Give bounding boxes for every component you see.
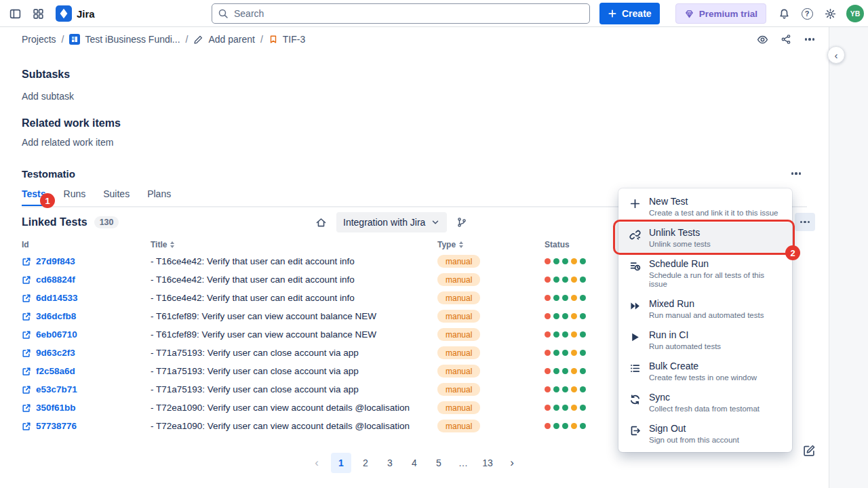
help-icon: ? [802, 8, 813, 20]
menu-item-schedule-run[interactable]: Schedule RunSchedule a run for all tests… [618, 253, 792, 293]
page-button-2[interactable]: 2 [355, 453, 376, 473]
pagination: ‹12345…13› [22, 453, 807, 473]
external-link-icon[interactable] [22, 367, 31, 376]
issue-key[interactable]: TIF-3 [269, 34, 305, 45]
external-link-icon[interactable] [22, 275, 31, 285]
external-link-icon[interactable] [22, 312, 31, 321]
menu-item-bulk-create[interactable]: Bulk CreateCreate few tests in one windo… [618, 356, 792, 387]
tab-plans[interactable]: Plans [147, 188, 171, 206]
feedback-button[interactable] [799, 441, 819, 461]
test-id-link[interactable]: cd68824f [36, 274, 75, 285]
search-bar [212, 3, 590, 24]
test-type-badge: manual [437, 310, 480, 323]
test-type-badge: manual [437, 273, 480, 286]
test-title: - T61cfef89: Verify user can view accoun… [151, 311, 437, 321]
integration-selector[interactable]: Integration with Jira [336, 212, 447, 232]
test-id-link[interactable]: 9d63c2f3 [36, 348, 75, 358]
column-header-id: Id [22, 240, 151, 249]
column-header-title[interactable]: Title [151, 240, 437, 249]
page-ellipsis: … [453, 453, 473, 473]
test-id-link[interactable]: 6dd14533 [36, 293, 78, 303]
testomatio-more-button[interactable] [785, 163, 807, 184]
branch-button[interactable] [452, 213, 471, 232]
gear-icon [825, 8, 836, 20]
breadcrumb-projects[interactable]: Projects [22, 34, 56, 45]
external-link-icon[interactable] [22, 293, 31, 303]
sort-icon [459, 241, 463, 248]
test-id-link[interactable]: e53c7b71 [36, 384, 77, 394]
search-input[interactable] [212, 3, 590, 24]
tab-suites[interactable]: Suites [103, 188, 130, 206]
external-link-icon[interactable] [22, 257, 31, 266]
menu-item-sign-out[interactable]: Sign OutSign out from this account [618, 418, 792, 449]
home-icon [315, 217, 327, 228]
page-button-13[interactable]: 13 [477, 453, 498, 473]
bulk-create-icon [629, 363, 641, 374]
sidebar-toggle-button[interactable] [4, 3, 26, 24]
add-related-work-item-button[interactable]: Add related work item [22, 136, 807, 149]
page-prev-button[interactable]: ‹ [307, 453, 327, 473]
test-id-link[interactable]: 350f61bb [36, 403, 76, 413]
test-title: - T72ea1090: Verify user can view accoun… [151, 403, 437, 413]
breadcrumb-project[interactable]: Test iBusiness Fundi... [69, 34, 180, 45]
linked-tests-title: Linked Tests [22, 216, 87, 228]
test-title: - T16ce4e42: Verify that user can edit a… [151, 293, 437, 303]
linked-tests-more-button[interactable] [795, 213, 815, 231]
external-link-icon[interactable] [22, 348, 31, 358]
menu-item-mixed-run[interactable]: Mixed RunRun manual and automated tests [618, 293, 792, 325]
right-rail [829, 27, 868, 488]
bell-icon [778, 8, 790, 20]
test-title: - T16ce4e42: Verify that user can edit a… [151, 274, 437, 285]
more-actions-button[interactable] [799, 28, 821, 50]
user-avatar[interactable]: YB [846, 5, 864, 22]
app-name: Jira [77, 8, 95, 20]
external-link-icon[interactable] [22, 385, 31, 394]
share-button[interactable] [775, 28, 797, 50]
jira-logo[interactable]: Jira [56, 5, 95, 22]
page-button-3[interactable]: 3 [380, 453, 400, 473]
settings-button[interactable] [819, 3, 841, 24]
collapse-panel-button[interactable]: ‹ [827, 46, 845, 64]
add-subtask-button[interactable]: Add subtask [22, 89, 807, 103]
test-type-badge: manual [437, 420, 480, 432]
app-switcher-icon [33, 8, 44, 20]
test-title: - T71a75193: Verify user can close accou… [151, 348, 437, 358]
test-id-link[interactable]: 3d6dcfb8 [36, 311, 76, 321]
test-type-badge: manual [437, 346, 480, 359]
external-link-icon[interactable] [22, 330, 31, 340]
notifications-button[interactable] [773, 3, 795, 24]
test-type-badge: manual [437, 383, 480, 396]
tab-runs[interactable]: Runs [64, 188, 86, 206]
external-link-icon[interactable] [22, 403, 31, 413]
help-button[interactable]: ? [796, 3, 818, 24]
test-id-link[interactable]: f2c58a6d [36, 366, 75, 376]
create-button[interactable]: Create [599, 3, 660, 24]
column-header-type[interactable]: Type [437, 240, 545, 249]
premium-trial-button[interactable]: Premium trial [675, 3, 766, 24]
add-parent-button[interactable]: Add parent [193, 34, 255, 45]
menu-item-unlink-tests[interactable]: Unlink TestsUnlink some tests [618, 222, 792, 253]
page-button-1[interactable]: 1 [331, 453, 351, 473]
test-title: - T16ce4e42: Verify that user can edit a… [151, 256, 437, 266]
home-button[interactable] [311, 212, 331, 232]
test-id-link[interactable]: 27d9f843 [36, 256, 75, 266]
test-type-badge: manual [437, 401, 480, 414]
page-button-4[interactable]: 4 [404, 453, 425, 473]
breadcrumb-separator: / [62, 34, 64, 45]
feedback-icon [802, 444, 816, 458]
top-navigation-bar: Jira Create Premium trial ? YB [0, 0, 868, 27]
menu-item-new-test[interactable]: New TestCreate a test and link it it to … [618, 191, 792, 222]
test-title: - T71a75193: Verify user can close accou… [151, 366, 437, 376]
test-id-link[interactable]: 6eb06710 [36, 329, 77, 340]
external-link-icon[interactable] [22, 422, 31, 431]
jira-logo-icon [56, 5, 72, 22]
app-switcher-button[interactable] [27, 3, 49, 24]
page-button-5[interactable]: 5 [429, 453, 449, 473]
test-id-link[interactable]: 57738776 [36, 421, 77, 431]
menu-item-sync[interactable]: SyncCollect fresh data from testomat [618, 387, 792, 418]
test-type-badge: manual [437, 255, 480, 268]
page-next-button[interactable]: › [502, 453, 522, 473]
watch-button[interactable] [751, 28, 773, 50]
actions-menu: New TestCreate a test and link it it to … [618, 188, 792, 452]
menu-item-run-in-ci[interactable]: Run in CIRun automated tests [618, 325, 792, 356]
